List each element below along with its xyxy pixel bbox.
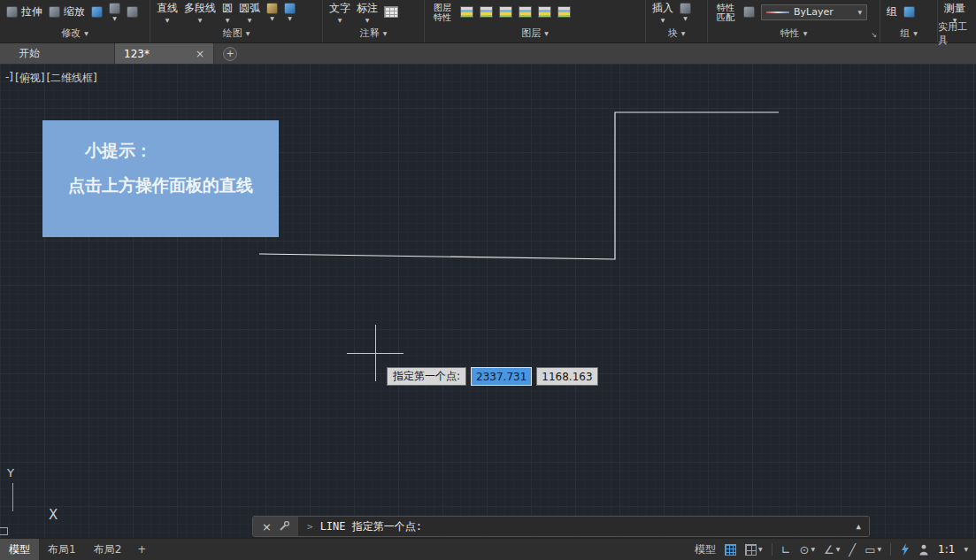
insert-button[interactable]: 插入 ▼ — [652, 1, 673, 23]
scale-label: 缩放 — [64, 4, 85, 19]
file-tab-drawing[interactable]: 123* × — [115, 43, 214, 64]
new-layout-button[interactable]: + — [130, 539, 153, 560]
annotate-panel-title[interactable]: 注释 ▼ — [323, 24, 424, 42]
grid-display-icon[interactable] — [725, 544, 736, 556]
ribbon-panel-annotate: 文字 ▼ 标注 ▼ 注释 ▼ — [323, 0, 425, 42]
dropdown-caret-icon: ▼ — [270, 16, 274, 21]
match-properties-label: 特性匹配 — [714, 3, 737, 22]
ucs-origin-marker — [0, 527, 8, 535]
layer-state-icon[interactable] — [460, 6, 473, 18]
arc-button[interactable]: 圆弧 ▼ — [239, 1, 260, 23]
utilities-panel-label: 实用工具 — [938, 20, 976, 47]
stretch-button[interactable]: 拉伸 — [6, 4, 42, 19]
wrench-icon[interactable] — [279, 521, 289, 532]
modify-panel-label: 修改 — [61, 27, 81, 40]
layer-freeze-icon[interactable] — [499, 6, 512, 18]
groups-panel-label: 组 — [900, 27, 910, 40]
file-tab-bar: 开始 123* × + — [0, 42, 976, 64]
array-icon[interactable] — [91, 6, 103, 18]
draw-panel-title[interactable]: 绘图 ▼ — [150, 24, 322, 42]
layer-off-icon[interactable] — [538, 6, 551, 18]
modify-panel-title[interactable]: 修改 ▼ — [0, 24, 150, 42]
history-up-icon[interactable]: ▲ — [857, 522, 861, 531]
layer-match-icon[interactable] — [557, 6, 571, 18]
isometric-drafting-icon: ∠ — [824, 544, 834, 556]
close-icon[interactable]: × — [188, 48, 204, 60]
fillet-icon[interactable] — [127, 6, 138, 18]
match-properties-button[interactable]: 特性匹配 — [714, 3, 737, 22]
dropdown-caret-icon: ▼ — [248, 18, 252, 23]
object-snap-tracking-icon[interactable]: ╱ — [849, 544, 856, 556]
model-space-toggle[interactable]: 模型 — [695, 542, 716, 557]
graphics-performance-icon[interactable] — [900, 543, 910, 556]
command-line[interactable]: × > LINE 指定第一个点: ▲ — [252, 516, 870, 537]
ungroup-icon[interactable] — [903, 6, 915, 18]
snap-mode-icon — [745, 544, 757, 556]
scale-button[interactable]: 缩放 — [49, 4, 85, 19]
polyline-button[interactable]: 多段线 ▼ — [184, 1, 216, 23]
file-tab-start[interactable]: 开始 — [0, 43, 115, 64]
copy-button[interactable]: ▼ — [109, 3, 120, 21]
dropdown-caret-icon: ▼ — [661, 18, 665, 23]
circle-button[interactable]: 圆 ▼ — [222, 1, 233, 23]
dynamic-input-y-field[interactable]: 1168.163 — [536, 367, 597, 386]
block-panel-title[interactable]: 块 ▼ — [646, 24, 707, 42]
properties-palette-icon[interactable] — [743, 6, 755, 18]
model-tab[interactable]: 模型 — [0, 539, 39, 560]
stretch-label: 拉伸 — [21, 4, 42, 19]
snap-mode-button[interactable]: ▼ — [745, 544, 763, 556]
ribbon-panel-modify: 拉伸 缩放 ▼ 修改 ▼ — [0, 0, 150, 42]
command-input[interactable]: > LINE 指定第一个点: ▲ — [299, 517, 869, 536]
lineweight-sample-icon — [766, 12, 789, 13]
line-button[interactable]: 直线 ▼ — [157, 1, 178, 23]
ribbon-panel-utilities: 测量 ▼ 实用工具 — [938, 0, 976, 42]
dropdown-caret-icon: ▼ — [226, 18, 230, 23]
layer-properties-button[interactable]: 图层特性 — [431, 3, 454, 22]
hatch-button[interactable]: ▼ — [266, 3, 278, 21]
layout2-tab[interactable]: 布局2 — [85, 539, 131, 560]
annotation-scale[interactable]: 1:1 — [938, 543, 955, 556]
dropdown-caret-icon: ▼ — [877, 547, 881, 552]
gradient-button[interactable]: ▼ — [284, 3, 296, 21]
ribbon-panel-draw: 直线 ▼ 多段线 ▼ 圆 ▼ 圆弧 ▼ ▼ ▼ — [150, 0, 323, 42]
ucs-y-label: Y — [7, 466, 14, 479]
isolate-objects-icon[interactable] — [918, 544, 929, 556]
dynamic-input-x-field[interactable]: 2337.731 — [471, 367, 532, 386]
ortho-mode-icon[interactable]: ∟ — [781, 544, 791, 556]
drawn-geometry — [0, 64, 976, 538]
layout1-tab[interactable]: 布局1 — [39, 539, 85, 560]
ucs-x-label: X — [49, 507, 58, 523]
dropdown-caret-icon: ▼ — [338, 18, 342, 23]
close-icon[interactable]: × — [262, 520, 272, 533]
dropdown-caret-icon: ▼ — [383, 31, 388, 36]
group-button[interactable]: 组 — [887, 4, 897, 19]
utilities-panel-title[interactable]: 实用工具 — [938, 24, 976, 42]
isometric-drafting-button[interactable]: ∠ ▼ — [824, 544, 840, 556]
dropdown-caret-icon: ▼ — [84, 31, 88, 36]
dimension-button[interactable]: 标注 ▼ — [357, 1, 378, 23]
layer-isolate-icon[interactable] — [480, 6, 493, 18]
status-toggles: 模型 ▼ ∟ ⊙ ▼ ∠ ▼ ╱ ▭ ▼ 1:1 ▼ — [695, 539, 976, 560]
object-snap-button[interactable]: ▭ ▼ — [865, 544, 881, 556]
ucs-y-axis — [12, 483, 13, 511]
layer-lock-icon[interactable] — [519, 6, 532, 18]
properties-panel-title[interactable]: 特性 ▼ — [708, 24, 880, 42]
block-panel-label: 块 — [668, 27, 678, 40]
insert-label: 插入 — [652, 1, 673, 16]
gradient-icon — [284, 3, 296, 14]
ribbon-panel-groups: 组 组 ▼ — [880, 0, 938, 42]
layers-panel-title[interactable]: 图层 ▼ — [425, 24, 645, 42]
ribbon-panel-properties: 特性匹配 ByLayer ▼ 特性 ▼ ↘ — [708, 0, 880, 42]
dialog-launcher-icon[interactable]: ↘ — [871, 31, 877, 39]
dropdown-caret-icon: ▼ — [112, 16, 117, 21]
create-block-button[interactable]: ▼ — [680, 3, 691, 21]
table-icon[interactable] — [384, 6, 398, 18]
text-button[interactable]: 文字 ▼ — [329, 1, 350, 23]
dropdown-caret-icon: ▼ — [836, 547, 841, 552]
polar-tracking-button[interactable]: ⊙ ▼ — [800, 544, 816, 556]
drawing-canvas[interactable]: -] [俯视] [二维线框] 小提示： 点击上方操作面板的直线 指定第一个点: … — [0, 64, 976, 538]
new-drawing-button[interactable]: + — [223, 47, 237, 61]
groups-panel-title[interactable]: 组 ▼ — [880, 24, 937, 42]
layer-tools: 图层特性 — [425, 0, 645, 24]
bylayer-dropdown[interactable]: ByLayer ▼ — [761, 4, 867, 20]
